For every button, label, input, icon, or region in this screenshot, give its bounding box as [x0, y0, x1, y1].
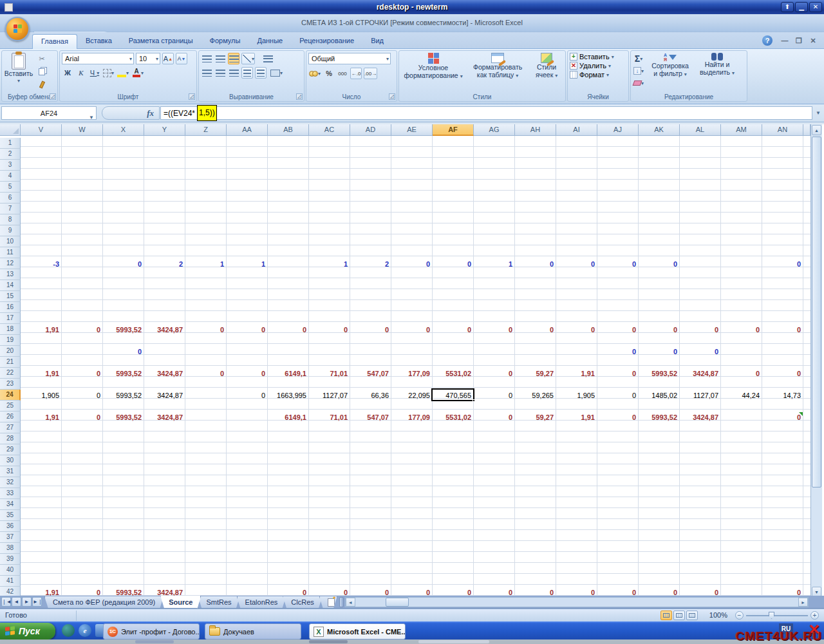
row-header-9[interactable]: 9 — [0, 225, 21, 236]
conditional-formatting-button[interactable]: Условноеформатирование ▾ — [401, 53, 465, 80]
row-header-13[interactable]: 13 — [0, 269, 21, 280]
cut-button[interactable]: ✂ — [36, 53, 48, 64]
cell-Z22[interactable]: 0 — [185, 368, 226, 379]
row-header-14[interactable]: 14 — [0, 280, 21, 291]
cell-AJ22[interactable]: 0 — [597, 368, 638, 379]
fill-color-button[interactable]: ▾ — [117, 67, 129, 79]
task-button-2[interactable]: Докучаев — [205, 623, 301, 639]
column-header-V[interactable]: V — [21, 124, 62, 136]
cell-AC12[interactable]: 1 — [309, 259, 350, 269]
help-icon[interactable]: ? — [762, 35, 772, 46]
cell-AE12[interactable]: 0 — [391, 259, 432, 269]
grow-font-button[interactable]: A▲ — [162, 53, 174, 64]
row-header-33[interactable]: 33 — [0, 488, 21, 499]
cell-AF18[interactable]: 0 — [433, 325, 473, 335]
cell-AI22[interactable]: 1,91 — [556, 368, 597, 379]
row-header-3[interactable]: 3 — [0, 160, 21, 171]
format-cells-button[interactable]: Формат▾ — [570, 71, 626, 79]
cell-Y26[interactable]: 3424,87 — [144, 412, 185, 422]
column-header-AN[interactable]: AN — [762, 124, 803, 136]
cell-AM18[interactable]: 0 — [721, 325, 762, 335]
cell-AA22[interactable]: 0 — [227, 368, 267, 379]
close-button[interactable]: ✕ — [809, 2, 822, 12]
book-minimize-button[interactable]: — — [780, 37, 789, 45]
paste-button[interactable]: Вставить▾ — [4, 53, 33, 90]
zoom-out-icon[interactable]: − — [735, 611, 744, 620]
cell-AC26[interactable]: 71,01 — [309, 412, 350, 422]
vertical-scroll-thumb[interactable] — [812, 137, 821, 488]
font-name-select[interactable]: Arial▾ — [62, 53, 134, 64]
cell-AC18[interactable]: 0 — [309, 325, 350, 335]
office-button[interactable] — [5, 17, 30, 41]
cell-AI18[interactable]: 0 — [556, 325, 597, 335]
column-header-X[interactable]: X — [103, 124, 144, 136]
number-format-select[interactable]: Общий▾ — [308, 53, 391, 64]
row-header-4[interactable]: 4 — [0, 171, 21, 182]
cell-AH18[interactable]: 0 — [515, 325, 556, 335]
row-header-28[interactable]: 28 — [0, 433, 21, 444]
row-header-36[interactable]: 36 — [0, 521, 21, 532]
cell-W26[interactable]: 0 — [62, 412, 102, 422]
column-header-W[interactable]: W — [62, 124, 103, 136]
sheet-tab-Смета-по-ФЕР-(редакция-2009)[interactable]: Смета по ФЕР (редакция 2009) — [44, 596, 164, 609]
row-header-39[interactable]: 39 — [0, 554, 21, 565]
percent-button[interactable]: % — [323, 68, 335, 79]
row-header-24[interactable]: 24 — [0, 390, 21, 401]
increase-indent-button[interactable] — [255, 67, 267, 79]
cell-AJ20[interactable]: 0 — [597, 346, 638, 357]
cell-AK18[interactable]: 0 — [639, 325, 679, 335]
column-header-AD[interactable]: AD — [350, 124, 391, 136]
cell-AM22[interactable]: 0 — [721, 368, 762, 379]
align-top-button[interactable] — [201, 53, 212, 64]
column-header-AA[interactable]: AA — [227, 124, 268, 136]
cell-V24[interactable]: 1,905 — [21, 390, 61, 401]
align-right-button[interactable] — [228, 67, 239, 79]
decrease-indent-button[interactable] — [241, 67, 253, 79]
column-header-AM[interactable]: AM — [721, 124, 762, 136]
sheet-tab-Source[interactable]: Source — [160, 596, 201, 609]
orientation-button[interactable]: ▾ — [241, 53, 255, 64]
row-header-34[interactable]: 34 — [0, 499, 21, 510]
cell-AI26[interactable]: 1,91 — [556, 412, 597, 422]
cell-AD22[interactable]: 547,07 — [350, 368, 391, 379]
column-header-Z[interactable]: Z — [185, 124, 227, 136]
row-header-6[interactable]: 6 — [0, 193, 21, 204]
insert-cells-button[interactable]: +Вставить▾ — [570, 53, 626, 61]
start-button[interactable]: Пуск — [0, 623, 55, 639]
cell-Z12[interactable]: 1 — [185, 259, 226, 269]
cell-AB18[interactable]: 0 — [268, 325, 308, 335]
align-left-button[interactable] — [201, 67, 212, 79]
cell-AJ26[interactable]: 0 — [597, 412, 638, 422]
cell-AN24[interactable]: 14,73 — [762, 390, 803, 401]
row-header-23[interactable]: 23 — [0, 379, 21, 390]
cell-AA12[interactable]: 1 — [227, 259, 267, 269]
restore-button[interactable]: ⬆ — [781, 2, 794, 12]
cell-AG26[interactable]: 0 — [474, 412, 514, 422]
ribbon-tab-Разметка страницы[interactable]: Разметка страницы — [120, 34, 201, 49]
cell-AL24[interactable]: 1127,07 — [680, 390, 720, 401]
number-dialog-launcher[interactable]: ◿ — [389, 93, 395, 100]
cell-AK26[interactable]: 5993,52 — [639, 412, 679, 422]
row-header-2[interactable]: 2 — [0, 149, 21, 160]
cell-AJ18[interactable]: 0 — [597, 325, 638, 335]
fill-button[interactable]: ↓▾ — [633, 65, 644, 77]
row-header-29[interactable]: 29 — [0, 444, 21, 455]
cell-AA18[interactable]: 0 — [227, 325, 267, 335]
row-header-5[interactable]: 5 — [0, 182, 21, 193]
autosum-button[interactable]: Σ▾ — [633, 53, 644, 64]
cell-AF26[interactable]: 5531,02 — [433, 412, 473, 422]
wrap-text-button[interactable] — [262, 53, 274, 64]
cell-AE26[interactable]: 177,09 — [391, 412, 432, 422]
column-header-AJ[interactable]: AJ — [597, 124, 639, 136]
column-header-AK[interactable]: AK — [639, 124, 680, 136]
cell-AE18[interactable]: 0 — [391, 325, 432, 335]
cell-AH26[interactable]: 59,27 — [515, 412, 556, 422]
sheet-tab-ClcRes[interactable]: ClcRes — [283, 596, 322, 609]
scroll-up-icon[interactable]: ▲ — [812, 125, 821, 135]
cell-W18[interactable]: 0 — [62, 325, 102, 335]
decrease-decimal-button[interactable]: .00→ — [364, 68, 377, 79]
task-button-1[interactable]: 1СЭлит -профит - Догово... — [103, 623, 200, 639]
cell-AI24[interactable]: 1,905 — [556, 390, 597, 401]
row-header-30[interactable]: 30 — [0, 455, 21, 466]
cell-V18[interactable]: 1,91 — [21, 325, 61, 335]
